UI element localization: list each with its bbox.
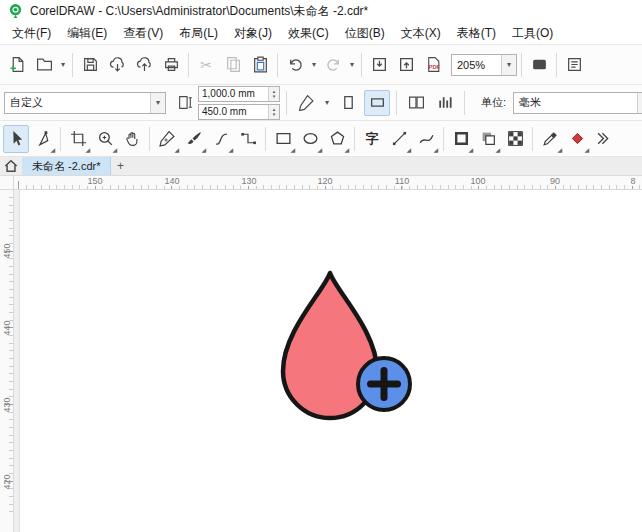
- menu-item[interactable]: 表格(T): [449, 22, 504, 45]
- flyout-caret[interactable]: ◢: [495, 147, 500, 153]
- flyout-caret[interactable]: ◢: [112, 147, 117, 153]
- page-height-spinner[interactable]: ▴▾: [268, 105, 279, 119]
- portrait-orientation-button[interactable]: [335, 90, 361, 116]
- current-page-button[interactable]: [432, 90, 458, 116]
- menu-item[interactable]: 对象(J): [226, 22, 280, 45]
- text-tool[interactable]: 字: [359, 125, 385, 153]
- open-dropdown-caret[interactable]: ▾: [58, 60, 68, 69]
- eyedropper-tool[interactable]: ◢: [537, 125, 563, 153]
- open-from-cloud-button[interactable]: [104, 52, 130, 78]
- connector-tool[interactable]: [235, 125, 261, 153]
- flyout-caret[interactable]: ◢: [201, 147, 206, 153]
- zoom-level-combobox[interactable]: 205% ▾: [451, 54, 517, 76]
- document-tab-label: 未命名 -2.cdr*: [32, 159, 100, 174]
- copy-button[interactable]: [220, 52, 246, 78]
- new-tab-button[interactable]: +: [111, 157, 129, 176]
- menu-item[interactable]: 查看(V): [115, 22, 171, 45]
- toolbox: ◢ ◢ ◢ ◢ ◢ ◢ ◢: [0, 121, 642, 157]
- ruler-origin-corner[interactable]: [0, 176, 14, 190]
- outline-pen-tool[interactable]: ◢: [448, 125, 474, 153]
- flyout-caret[interactable]: ◢: [406, 147, 411, 153]
- artistic-media-tool[interactable]: ◢: [181, 125, 207, 153]
- window-title: CorelDRAW - C:\Users\Administrator\Docum…: [30, 3, 368, 20]
- interactive-fill-tool[interactable]: ◢: [564, 125, 590, 153]
- pan-tool[interactable]: [119, 125, 145, 153]
- open-document-button[interactable]: [31, 52, 57, 78]
- flyout-caret[interactable]: ◢: [584, 147, 589, 153]
- menu-item[interactable]: 工具(O): [504, 22, 561, 45]
- pen-tool[interactable]: ◢: [154, 125, 180, 153]
- print-button[interactable]: [158, 52, 184, 78]
- spin-down-icon[interactable]: ▾: [273, 94, 276, 99]
- page-height-field[interactable]: 450.0 mm ▴▾: [198, 104, 280, 120]
- polygon-tool[interactable]: ◢: [324, 125, 350, 153]
- menu-item[interactable]: 效果(C): [280, 22, 337, 45]
- page-width-field[interactable]: 1,000.0 mm ▴▾: [198, 86, 280, 102]
- flyout-caret[interactable]: ◢: [290, 147, 295, 153]
- import-button[interactable]: [366, 52, 392, 78]
- flyout-caret[interactable]: ◢: [433, 147, 438, 153]
- toolbox-overflow-chevron[interactable]: [591, 125, 617, 153]
- publish-to-pdf-button[interactable]: PDF: [420, 52, 446, 78]
- ellipse-tool[interactable]: ◢: [297, 125, 323, 153]
- cut-button[interactable]: ✂: [193, 52, 219, 78]
- transparency-tool[interactable]: [502, 125, 528, 153]
- b-spline-tool[interactable]: ◢: [208, 125, 234, 153]
- units-combobox[interactable]: 毫米 ▾: [513, 92, 642, 114]
- drawing-canvas[interactable]: [14, 190, 642, 532]
- page-options-caret[interactable]: ▾: [322, 98, 332, 107]
- straight-line-tool[interactable]: ◢: [386, 125, 412, 153]
- paste-button[interactable]: [247, 52, 273, 78]
- menu-item[interactable]: 文件(F): [4, 22, 59, 45]
- ruler-label-v: 430: [1, 398, 13, 412]
- display-mode-button[interactable]: [526, 52, 552, 78]
- drop-shadow-tool[interactable]: ◢: [475, 125, 501, 153]
- page-width-spinner[interactable]: ▴▾: [268, 87, 279, 101]
- horizontal-ruler[interactable]: 150140130120110100908: [14, 176, 642, 190]
- flyout-caret[interactable]: ◢: [557, 147, 562, 153]
- undo-button[interactable]: [282, 52, 308, 78]
- flyout-caret[interactable]: ◢: [50, 147, 55, 153]
- page-size-preset-combobox[interactable]: 自定义 ▾: [4, 92, 166, 114]
- flyout-caret[interactable]: ◢: [344, 147, 349, 153]
- toolbar-separator: [72, 53, 73, 77]
- pick-tool[interactable]: [3, 125, 29, 153]
- flyout-caret[interactable]: ◢: [228, 147, 233, 153]
- landscape-orientation-button[interactable]: [364, 90, 390, 116]
- redo-dropdown-caret[interactable]: ▾: [347, 60, 357, 69]
- home-icon[interactable]: [0, 157, 22, 176]
- flyout-caret[interactable]: ◢: [468, 147, 473, 153]
- all-pages-button[interactable]: [403, 90, 429, 116]
- save-button[interactable]: [77, 52, 103, 78]
- pdf-icon-label: PDF: [428, 64, 440, 70]
- zoom-dropdown-button[interactable]: ▾: [501, 55, 516, 75]
- rectangle-tool[interactable]: ◢: [270, 125, 296, 153]
- ruler-label-h: 150: [86, 177, 103, 186]
- zoom-tool[interactable]: ◢: [92, 125, 118, 153]
- vertical-ruler[interactable]: 450440430420: [0, 190, 14, 532]
- shape-tool[interactable]: ◢: [30, 125, 56, 153]
- spin-down-icon[interactable]: ▾: [273, 112, 276, 117]
- document-tab[interactable]: 未命名 -2.cdr*: [22, 157, 111, 176]
- title-bar: CorelDRAW - C:\Users\Administrator\Docum…: [0, 0, 642, 22]
- units-dropdown-button[interactable]: ▾: [637, 93, 642, 113]
- flyout-caret[interactable]: ◢: [174, 147, 179, 153]
- menu-item[interactable]: 位图(B): [337, 22, 393, 45]
- crop-tool[interactable]: ◢: [65, 125, 91, 153]
- curve-tool[interactable]: ◢: [413, 125, 439, 153]
- redo-button[interactable]: [320, 52, 346, 78]
- export-button[interactable]: [393, 52, 419, 78]
- new-document-button[interactable]: [4, 52, 30, 78]
- page-size-preset-dropdown-button[interactable]: ▾: [150, 93, 165, 113]
- application-launcher-button[interactable]: [561, 52, 587, 78]
- page-options-button[interactable]: [293, 90, 319, 116]
- flyout-caret[interactable]: ◢: [85, 147, 90, 153]
- flyout-caret[interactable]: ◢: [317, 147, 322, 153]
- save-to-cloud-button[interactable]: [131, 52, 157, 78]
- menu-item[interactable]: 编辑(E): [59, 22, 115, 45]
- coreldraw-logo-icon: [6, 2, 24, 20]
- menu-item[interactable]: 布局(L): [171, 22, 226, 45]
- undo-dropdown-caret[interactable]: ▾: [309, 60, 319, 69]
- menu-item[interactable]: 文本(X): [393, 22, 449, 45]
- ruler-label-v: 440: [1, 321, 13, 335]
